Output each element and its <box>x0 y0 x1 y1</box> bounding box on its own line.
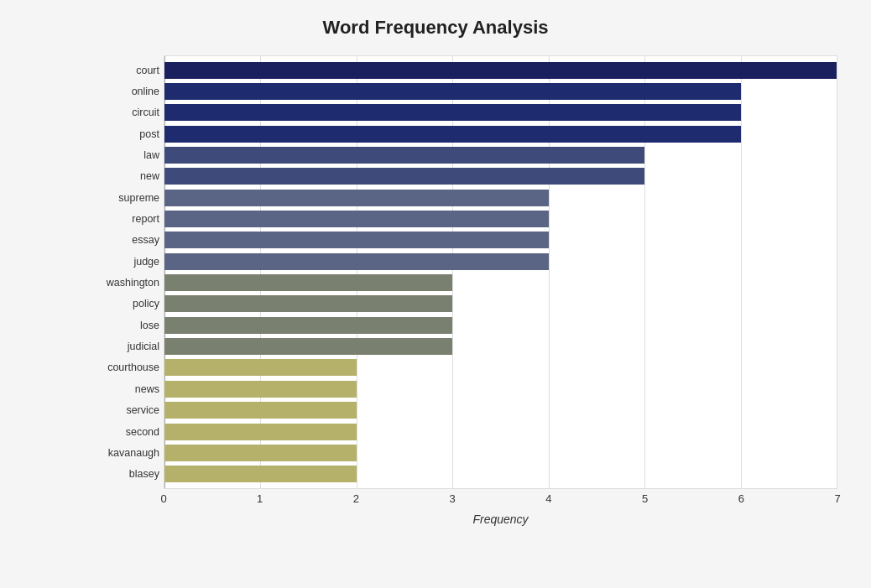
bar-label: courthouse <box>84 362 159 373</box>
bar-row: kavanaugh <box>164 442 837 463</box>
bar-fill <box>164 168 644 185</box>
bar-label: lose <box>84 320 159 331</box>
bar-label: blasey <box>84 468 159 480</box>
bar-label: second <box>84 426 159 438</box>
x-tick-label: 1 <box>257 492 263 505</box>
bar-row: post <box>164 123 837 144</box>
bar-fill <box>164 62 837 79</box>
grid-line <box>837 56 837 488</box>
bar-fill <box>164 274 452 291</box>
bar-fill <box>164 232 549 248</box>
bar-label: judicial <box>84 341 159 352</box>
bar-fill <box>164 424 357 440</box>
bar-row: blasey <box>164 464 837 485</box>
plot-inner: courtonlinecircuitpostlawnewsupremerepor… <box>164 55 837 489</box>
bar-row: supreme <box>164 187 837 208</box>
bar-label: news <box>84 383 159 395</box>
plot-area: courtonlinecircuitpostlawnewsupremerepor… <box>164 55 837 526</box>
bar-row: judicial <box>164 336 837 356</box>
bar-row: law <box>164 144 837 165</box>
x-tick-label: 6 <box>738 492 744 505</box>
bar-fill <box>164 253 549 270</box>
bar-label: law <box>84 149 159 161</box>
bar-fill <box>164 147 644 164</box>
chart-container: Word Frequency Analysis courtonlinecircu… <box>0 0 871 588</box>
bar-label: supreme <box>84 192 159 204</box>
bar-label: washington <box>84 277 159 289</box>
x-tick-label: 3 <box>450 492 456 505</box>
bar-fill <box>164 359 357 376</box>
bar-label: essay <box>84 234 159 246</box>
bar-fill <box>164 83 741 100</box>
bar-label: kavanaugh <box>84 447 159 459</box>
x-tick-label: 4 <box>545 492 551 505</box>
bar-row: policy <box>164 294 837 315</box>
bar-fill <box>164 126 741 143</box>
bar-fill <box>164 295 452 312</box>
bar-label: court <box>84 65 159 76</box>
bar-label: policy <box>84 298 159 310</box>
bar-label: new <box>84 170 159 182</box>
bar-row: online <box>164 81 837 101</box>
bar-fill <box>164 466 357 482</box>
x-tick-label: 5 <box>642 492 648 505</box>
bar-row: service <box>164 400 837 421</box>
x-axis-title: Frequency <box>164 513 837 526</box>
bar-row: new <box>164 166 837 187</box>
bar-fill <box>164 445 357 461</box>
bar-label: service <box>84 404 159 416</box>
x-tick-label: 7 <box>834 492 840 505</box>
bar-row: second <box>164 421 837 442</box>
chart-title: Word Frequency Analysis <box>34 17 837 39</box>
x-tick-label: 2 <box>353 492 359 505</box>
bar-fill <box>164 381 357 398</box>
x-tick-label: 0 <box>160 492 166 505</box>
bar-fill <box>164 190 549 206</box>
bar-row: courthouse <box>164 357 837 378</box>
bar-row: lose <box>164 315 837 336</box>
bar-fill <box>164 211 549 227</box>
bar-label: judge <box>84 256 159 268</box>
bars-wrapper: courtonlinecircuitpostlawnewsupremerepor… <box>164 56 837 488</box>
bar-row: report <box>164 208 837 229</box>
bar-label: report <box>84 213 159 225</box>
bar-fill <box>164 338 452 355</box>
bar-row: judge <box>164 251 837 272</box>
bar-label: post <box>84 128 159 140</box>
bar-label: circuit <box>84 107 159 118</box>
bar-row: circuit <box>164 102 837 123</box>
bar-fill <box>164 317 452 334</box>
bar-fill <box>164 402 357 419</box>
x-axis: 01234567 <box>164 489 837 509</box>
bar-row: essay <box>164 230 837 251</box>
bar-fill <box>164 104 741 121</box>
bar-row: washington <box>164 272 837 293</box>
bar-row: news <box>164 378 837 399</box>
bar-label: online <box>84 86 159 97</box>
bar-row: court <box>164 60 837 81</box>
